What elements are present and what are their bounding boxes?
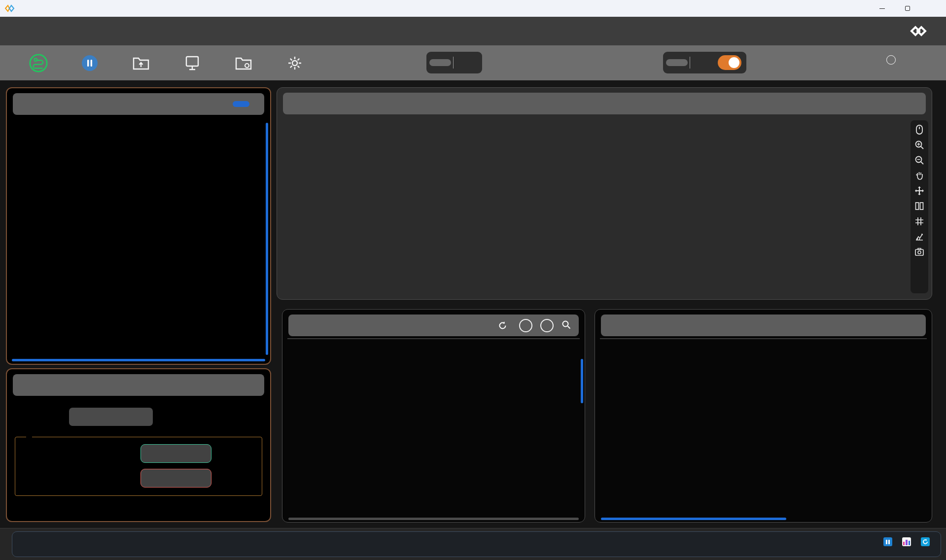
menubar (0, 17, 946, 45)
zoom-in-button[interactable] (914, 140, 925, 150)
decoded-result-panel (282, 309, 585, 523)
selected-frame-header (601, 315, 926, 336)
compare-view-button[interactable] (914, 201, 925, 211)
grid-toggle-button[interactable] (914, 216, 925, 227)
trigger-selection-dropdown[interactable] (69, 408, 153, 426)
reset-icon (498, 321, 507, 330)
waveform-svg (315, 120, 908, 295)
help-button[interactable] (886, 55, 900, 65)
decoded-header (288, 315, 579, 336)
mode-option-expd[interactable] (429, 59, 451, 66)
open-project-button[interactable] (131, 53, 151, 73)
prev-frame-button[interactable] (519, 319, 532, 332)
toggle-knob (729, 57, 739, 68)
search-icon (561, 320, 571, 329)
monitor-icon (184, 55, 200, 71)
move-tool-button[interactable] (914, 185, 925, 196)
role-option-target[interactable] (692, 59, 716, 66)
vertical-scrollbar[interactable] (581, 359, 583, 403)
gear-icon (287, 55, 303, 71)
progress-stepper (12, 531, 941, 557)
recording-pause-icon (883, 537, 892, 546)
pause-icon (81, 55, 98, 71)
exerciser-header (13, 93, 264, 115)
script-flow-icon (29, 53, 48, 73)
script-code-editor[interactable] (10, 121, 262, 356)
channel-labels (284, 120, 315, 295)
plot-panel (277, 87, 932, 300)
next-frame-button[interactable] (540, 319, 554, 332)
plot-tool-strip (911, 120, 928, 293)
analytics-chart-button[interactable] (914, 231, 925, 242)
role-toggle (663, 52, 746, 73)
run-button[interactable] (233, 101, 249, 107)
sync-icon (921, 537, 930, 546)
zoom-out-button[interactable] (914, 155, 925, 166)
if-condition-button[interactable] (140, 444, 211, 463)
reset-button[interactable] (498, 321, 511, 330)
bottom-bar (0, 528, 946, 560)
brand-logo (906, 23, 932, 39)
divider (690, 57, 690, 69)
plot-header (283, 93, 926, 114)
close-button[interactable] (920, 0, 946, 17)
selected-frame-panel (595, 309, 932, 523)
auto-trigger-group (15, 437, 262, 496)
pan-hand-button[interactable] (914, 170, 925, 181)
display-button[interactable] (182, 53, 202, 73)
toolbar (0, 45, 946, 80)
settings-button[interactable] (285, 53, 305, 73)
maximize-icon (905, 6, 910, 11)
folder-upload-icon (133, 56, 149, 70)
prodigy-infinity-icon (906, 23, 927, 39)
analyzing-chart-icon (902, 537, 911, 546)
vertical-scrollbar[interactable] (266, 123, 268, 355)
exerciser-panel (6, 87, 271, 365)
trigger-panel (6, 368, 271, 522)
pause-button[interactable] (80, 53, 100, 73)
waveform-area[interactable] (284, 120, 908, 295)
horizontal-scrollbar[interactable] (288, 518, 579, 520)
maximize-button[interactable] (895, 0, 920, 17)
info-icon (886, 55, 896, 65)
folder-settings-button[interactable] (234, 53, 253, 73)
divider (453, 57, 454, 69)
mode-option-cts[interactable] (455, 59, 479, 66)
cursor-tool-button[interactable] (914, 124, 925, 135)
script-flow-button[interactable] (29, 53, 48, 73)
titlebar (0, 0, 946, 17)
role-option-controller[interactable] (666, 59, 688, 66)
mode-toggle (426, 52, 482, 73)
trigger-header (13, 374, 264, 396)
search-button[interactable] (561, 320, 571, 331)
horizontal-scrollbar[interactable] (601, 518, 786, 520)
main-area (0, 80, 946, 528)
minimize-icon (879, 8, 885, 9)
folder-settings-icon (235, 56, 252, 70)
minimize-button[interactable] (869, 0, 895, 17)
then-action-button[interactable] (140, 469, 211, 488)
script-toggle[interactable] (718, 55, 741, 70)
screenshot-camera-button[interactable] (914, 246, 925, 257)
horizontal-scrollbar[interactable] (12, 359, 265, 361)
app-logo-icon (5, 4, 15, 12)
